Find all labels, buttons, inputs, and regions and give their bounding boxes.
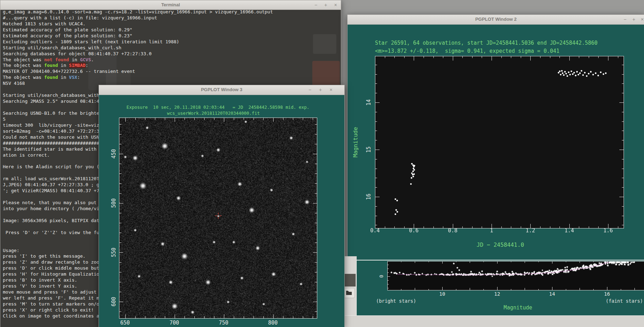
lightcurve-y-tick: 15 <box>365 146 372 153</box>
starfield-x-tick: 700 <box>170 320 179 326</box>
sigma-x-tick: 10 <box>439 291 445 297</box>
terminal-line: Excluding outliers - 1809 stars left (ne… <box>3 39 338 45</box>
pgplot2-header-line2: <m>=13.872 +/-0.118, sigma= 0.941, expec… <box>375 48 559 54</box>
maximize-icon[interactable]: + <box>630 16 637 23</box>
terminal-line: #...query with a list (-c) in file: vizq… <box>3 15 338 21</box>
folder-icon <box>346 290 352 295</box>
starfield-x-tick: 800 <box>268 320 278 326</box>
close-icon[interactable]: × <box>327 87 334 93</box>
folder-button[interactable] <box>344 288 355 298</box>
lightcurve-x-tick: 0.4 <box>370 227 380 234</box>
lightcurve-x-tick: 1 <box>490 227 493 234</box>
terminal-line: The object was not found in GCVS. <box>3 57 338 63</box>
pgplot2-titlebar[interactable]: PGPLOT Window 2 − + × <box>348 15 644 25</box>
sigma-x-tick: 12 <box>494 291 500 297</box>
bright-stars-annotation: (bright stars) <box>376 298 416 304</box>
terminal-titlebar[interactable]: Terminal − + × <box>0 0 341 10</box>
terminal-line: Estimated accuracy of the plate solution… <box>3 27 338 33</box>
lightcurve-y-axis-label: Magnitude <box>352 127 359 158</box>
lightcurve-plot[interactable] <box>375 56 624 228</box>
terminal-line: Searching databases for object 08:41:40.… <box>3 51 338 57</box>
lightcurve-x-tick: 1.2 <box>526 227 535 234</box>
maximize-icon[interactable]: + <box>317 87 324 93</box>
pgplot2-window[interactable]: PGPLOT Window 2 − + × Star 26591, 64 obs… <box>347 14 644 262</box>
terminal-title: Terminal <box>0 2 341 7</box>
terminal-line: g,e_imag a.mag=6.0..14.0 -sort=a.mag -c.… <box>3 9 338 15</box>
lightcurve-x-tick: 1.6 <box>603 227 613 234</box>
sigma-x-axis-label: Magnitude <box>504 304 532 311</box>
sigma-x-tick: 14 <box>549 291 555 297</box>
starfield-y-tick: 600 <box>111 297 117 306</box>
pgplot2-header-line1: Star 26591, 64 observations, start JD=24… <box>375 40 598 46</box>
lightcurve-x-axis-label: JD − 2458441.0 <box>477 241 524 248</box>
sigma-x-tick: 16 <box>604 291 610 297</box>
faint-stars-annotation: (faint stars) <box>606 298 643 304</box>
minimize-icon[interactable]: − <box>312 2 319 8</box>
pgplot3-window[interactable]: PGPLOT Window 3 − + × Exposure 10 sec, 2… <box>99 85 345 327</box>
terminal-line: The object was found in VSX: <box>3 75 338 81</box>
sigma-y-zero-label: 0 <box>379 275 384 278</box>
starfield-y-tick: 450 <box>111 149 117 158</box>
lightcurve-x-tick: 0.8 <box>448 227 457 234</box>
terminal-line: Estimated accuracy of the plate solution… <box>3 33 338 39</box>
lightcurve-y-tick: 16 <box>365 194 372 200</box>
pgplot3-header-line2: wcs_userWork.20181120T020344000.fit <box>167 111 260 116</box>
sigma-window[interactable]: 0 10121416 (bright stars) (faint stars) … <box>356 260 644 316</box>
sigma-plot[interactable] <box>387 261 644 290</box>
close-icon[interactable]: × <box>639 16 644 23</box>
terminal-line: Matched 1813 stars with UCAC4. <box>3 21 338 27</box>
pgplot3-titlebar[interactable]: PGPLOT Window 3 − + × <box>99 85 344 95</box>
close-icon[interactable]: × <box>332 2 339 8</box>
lightcurve-y-tick: 14 <box>365 99 372 106</box>
terminal-line: MASTER OT J084140.94+722732.6 -- transie… <box>3 69 338 75</box>
starfield-y-tick: 500 <box>111 198 117 208</box>
starfield-image[interactable] <box>119 118 317 319</box>
lightcurve-x-tick: 0.6 <box>409 227 419 234</box>
terminal-line: Starting util/search_databases_with_curl… <box>3 45 338 51</box>
minimize-icon[interactable]: − <box>621 16 629 23</box>
maximize-icon[interactable]: + <box>322 2 329 8</box>
starfield-y-tick: 550 <box>111 247 117 257</box>
pgplot2-title: PGPLOT Window 2 <box>348 17 644 22</box>
starfield-x-tick: 750 <box>219 320 229 326</box>
terminal-line: The object was found in SIMBAD: <box>3 63 338 69</box>
pgplot3-header-line1: Exposure 10 sec, 20.11.2018 02:03:44 = J… <box>126 105 309 110</box>
lightcurve-x-tick: 1.4 <box>564 227 574 234</box>
minimize-icon[interactable]: − <box>306 87 313 93</box>
starfield-x-tick: 650 <box>120 320 130 326</box>
bottom-window-strip <box>340 315 644 327</box>
desktop: Terminal − + × g,e_imag a.mag=6.0..14.0 … <box>0 0 644 327</box>
